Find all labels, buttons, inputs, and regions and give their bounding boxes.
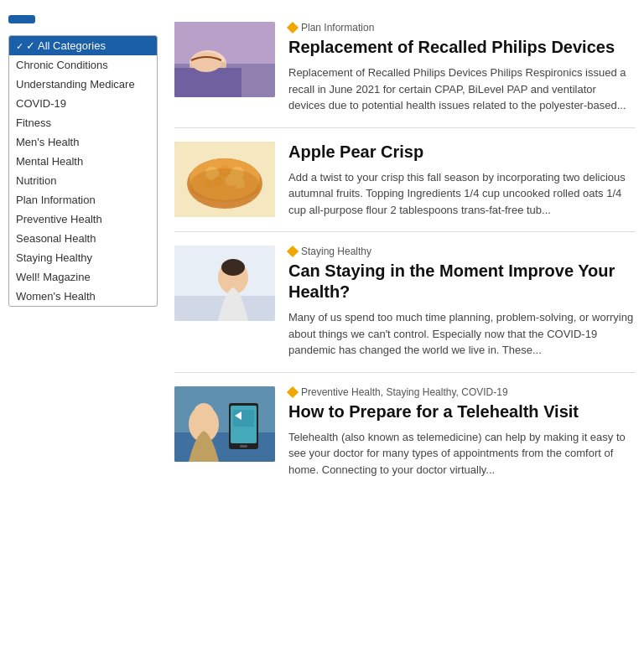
article-body-1: Plan InformationReplacement of Recalled … (288, 22, 636, 114)
category-item-nutrition[interactable]: Nutrition (9, 171, 157, 190)
category-item-mens[interactable]: Men's Health (9, 132, 157, 152)
diamond-icon-1 (287, 22, 299, 34)
category-item-covid[interactable]: COVID-19 (9, 94, 157, 113)
category-item-chronic[interactable]: Chronic Conditions (9, 55, 157, 75)
svg-point-16 (190, 168, 260, 202)
main-content: Plan InformationReplacement of Recalled … (166, 8, 636, 644)
article-body-2: Apple Pear CrispAdd a twist to your cris… (288, 142, 636, 219)
category-item-mental[interactable]: Mental Health (9, 152, 157, 171)
article-image-2 (174, 142, 275, 217)
article-excerpt-3: Many of us spend too much time planning,… (288, 309, 636, 359)
sidebar: ✓ All CategoriesChronic ConditionsUnders… (8, 8, 158, 644)
article-category-1: Plan Information (288, 22, 636, 34)
article-category-3: Staying Healthy (288, 246, 636, 257)
diamond-icon-3 (287, 246, 299, 257)
article-card-3[interactable]: Staying HealthyCan Staying in the Moment… (174, 232, 636, 373)
category-item-medicare[interactable]: Understanding Medicare (9, 75, 157, 94)
svg-rect-29 (240, 445, 247, 448)
article-image-1 (174, 22, 275, 97)
article-image-4 (174, 386, 275, 462)
svg-point-22 (226, 266, 241, 272)
article-title-4[interactable]: How to Prepare for a Telehealth Visit (288, 401, 636, 422)
article-category-label-4: Preventive Health, Staying Healthy, COVI… (301, 386, 508, 398)
article-card-1[interactable]: Plan InformationReplacement of Recalled … (174, 8, 636, 128)
category-item-fitness[interactable]: Fitness (9, 113, 157, 132)
article-category-label-3: Staying Healthy (301, 246, 371, 257)
article-image-3 (174, 246, 275, 321)
article-title-1[interactable]: Replacement of Recalled Philips Devices (288, 37, 636, 58)
category-dropdown[interactable]: ✓ All CategoriesChronic ConditionsUnders… (8, 35, 158, 307)
diamond-icon-4 (287, 386, 299, 397)
svg-rect-24 (174, 432, 275, 462)
category-item-plan[interactable]: Plan Information (9, 190, 157, 210)
article-body-4: Preventive Health, Staying Healthy, COVI… (288, 386, 636, 479)
svg-point-26 (194, 403, 214, 423)
article-excerpt-2: Add a twist to your crisp this fall seas… (288, 169, 636, 219)
category-item-all[interactable]: ✓ All Categories (9, 36, 157, 55)
svg-rect-30 (233, 410, 254, 427)
svg-point-5 (191, 52, 221, 72)
go-button[interactable] (8, 15, 35, 23)
category-item-preventive[interactable]: Preventive Health (9, 210, 157, 229)
article-excerpt-1: Replacement of Recalled Philips Devices … (288, 65, 636, 114)
article-category-label-1: Plan Information (301, 22, 374, 34)
article-body-3: Staying HealthyCan Staying in the Moment… (288, 246, 636, 359)
category-item-seasonal[interactable]: Seasonal Health (9, 229, 157, 248)
article-card-4[interactable]: Preventive Health, Staying Healthy, COVI… (174, 373, 636, 492)
svg-rect-4 (174, 68, 242, 97)
article-title-2[interactable]: Apple Pear Crisp (288, 142, 636, 163)
article-title-3[interactable]: Can Staying in the Moment Improve Your H… (288, 261, 636, 303)
category-item-womens[interactable]: Women's Health (9, 287, 157, 306)
article-category-4: Preventive Health, Staying Healthy, COVI… (288, 386, 636, 398)
article-card-2[interactable]: Apple Pear CrispAdd a twist to your cris… (174, 128, 636, 233)
page-wrapper: ✓ All CategoriesChronic ConditionsUnders… (0, 0, 644, 652)
category-item-well[interactable]: Well! Magazine (9, 267, 157, 287)
article-excerpt-4: Telehealth (also known as telemedicine) … (288, 429, 636, 479)
category-item-staying[interactable]: Staying Healthy (9, 248, 157, 267)
